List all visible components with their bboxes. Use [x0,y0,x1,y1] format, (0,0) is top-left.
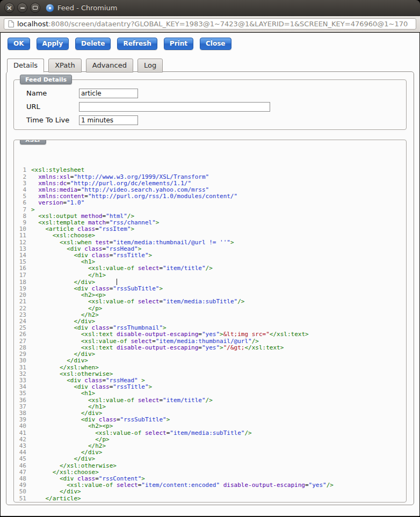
tab-details[interactable]: Details [7,59,44,72]
apply-button[interactable]: Apply [37,38,69,50]
xslt-legend: XSLT [20,140,46,144]
url-row: URL [14,100,406,113]
action-toolbar: OK Apply Delete Refresh Print Close [1,33,419,50]
code-line[interactable]: 17 </h1> [15,272,405,279]
feed-details-fieldset: Feed Details Name URL Time To Live [13,79,407,130]
line-number: 17 [15,272,31,279]
line-number: 36 [15,397,31,404]
line-number: 2 [15,174,31,180]
minimize-icon [20,8,25,9]
page-content: OK Apply Delete Refresh Print Close Deta… [1,33,419,516]
line-number: 31 [15,365,31,371]
line-number: 6 [15,200,31,206]
url-label: URL [26,103,79,111]
code-line[interactable]: 52 </xsl:template> [15,502,405,503]
url-toolbar: localhost:8080/screen/dataentry?GLOBAL_K… [0,16,420,32]
line-number: 46 [15,463,31,469]
xslt-editor[interactable]: 1<xsl:stylesheet2 xmlns:xsl="http://www.… [15,154,405,503]
close-button[interactable]: Close [200,38,231,50]
line-number: 21 [15,298,31,305]
close-window-button[interactable] [4,3,15,13]
time-to-live-row: Time To Live [14,113,406,127]
code-line[interactable]: 6 version="1.0" [15,200,405,206]
close-icon [6,4,12,11]
line-number: 11 [15,232,31,239]
ok-button[interactable]: OK [8,38,30,50]
print-button[interactable]: Print [164,38,193,50]
line-number: 1 [15,167,31,173]
line-number: 35 [15,390,31,397]
code-lines: 1<xsl:stylesheet2 xmlns:xsl="http://www.… [15,167,405,503]
chromium-icon [46,4,54,12]
tab-bar: Details XPath Advanced Log [1,50,419,72]
address-bar[interactable]: localhost:8080/screen/dataentry?GLOBAL_K… [4,18,416,30]
titlebar[interactable]: Feed - Chromium [0,0,420,16]
line-number: 40 [15,423,31,429]
feed-details-legend: Feed Details [20,75,72,84]
tab-xpath[interactable]: XPath [48,59,81,72]
details-panel: Feed Details Name URL Time To Live XSLT … [6,71,414,505]
url-domain: localhost [17,20,48,28]
window-controls [4,3,43,13]
time-to-live-label: Time To Live [26,116,79,124]
name-row: Name [14,86,406,100]
url-path: :8080/screen/dataentry?GLOBAL_KEY=1983@1… [48,20,408,28]
text-cursor [117,279,117,285]
line-number: 52 [15,502,31,503]
line-number: 7 [15,207,31,213]
delete-button[interactable]: Delete [75,38,111,50]
line-number: 26 [15,331,31,338]
line-number: 45 [15,456,31,462]
line-number: 51 [15,496,31,502]
line-number: 41 [15,430,31,436]
line-number: 12 [15,239,31,246]
xslt-fieldset: XSLT 1<xsl:stylesheet2 xmlns:xsl="http:/… [13,140,407,503]
refresh-button[interactable]: Refresh [117,38,157,50]
name-input[interactable] [79,89,138,98]
minimize-window-button[interactable] [17,3,27,13]
line-number: 30 [15,358,31,364]
tab-log[interactable]: Log [137,59,163,72]
browser-window: Feed - Chromium localhost:8080/screen/da… [0,0,420,517]
window-title: Feed - Chromium [57,4,117,12]
url-input[interactable] [79,102,270,112]
line-number: 16 [15,265,31,272]
maximize-icon [33,6,38,10]
maximize-window-button[interactable] [30,3,40,13]
tab-advanced[interactable]: Advanced [86,59,133,72]
line-number: 50 [15,489,31,495]
page-icon [8,20,14,27]
name-label: Name [26,89,79,97]
time-to-live-input[interactable] [79,115,138,125]
